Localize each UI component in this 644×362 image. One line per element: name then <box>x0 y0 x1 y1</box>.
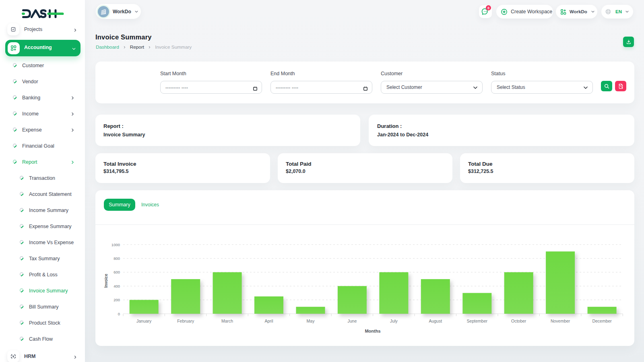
svg-text:July: July <box>390 319 398 323</box>
svg-text:800: 800 <box>114 256 120 261</box>
svg-text:Months: Months <box>365 329 380 333</box>
svg-text:1000: 1000 <box>111 243 120 247</box>
svg-text:0: 0 <box>118 312 120 316</box>
svg-text:June: June <box>348 319 357 323</box>
svg-text:Invoice: Invoice <box>104 274 108 288</box>
svg-text:February: February <box>177 319 194 323</box>
svg-text:April: April <box>264 319 273 323</box>
svg-text:September: September <box>467 319 488 323</box>
svg-text:August: August <box>429 319 442 323</box>
svg-text:600: 600 <box>114 270 120 274</box>
svg-text:December: December <box>592 319 612 323</box>
svg-text:November: November <box>551 319 570 323</box>
svg-text:January: January <box>136 319 152 323</box>
svg-text:400: 400 <box>114 284 120 288</box>
svg-text:May: May <box>307 319 315 323</box>
svg-text:October: October <box>511 319 526 323</box>
svg-text:200: 200 <box>114 298 120 302</box>
svg-text:March: March <box>221 319 233 323</box>
